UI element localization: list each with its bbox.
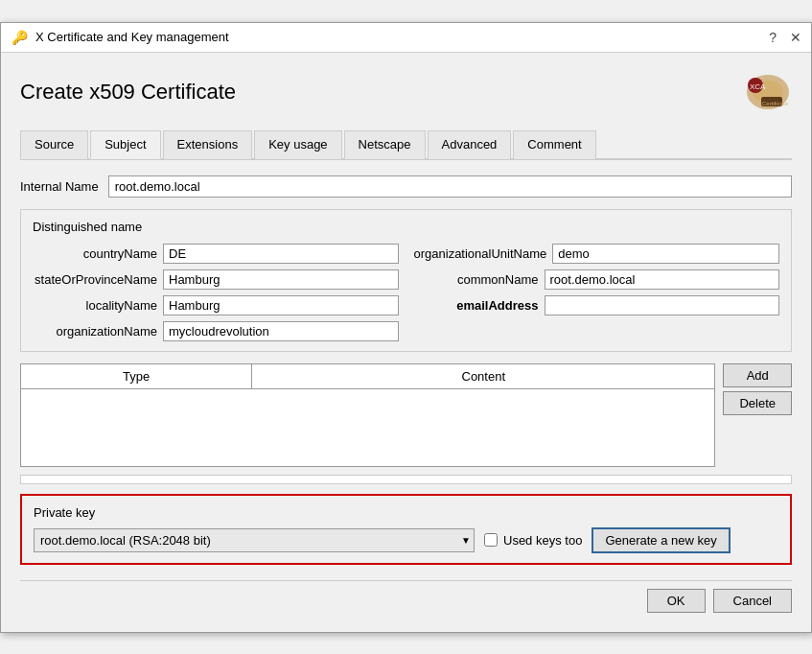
org-unit-field: organizationalUnitName	[414, 244, 780, 264]
title-bar-left: 🔑 X Certificate and Key management	[11, 29, 229, 46]
email-input[interactable]	[545, 295, 780, 315]
tab-extensions[interactable]: Extensions	[163, 130, 253, 159]
add-button[interactable]: Add	[723, 363, 792, 387]
state-label: stateOrProvinceName	[33, 272, 157, 287]
generate-key-button[interactable]: Generate a new key	[592, 527, 730, 553]
internal-name-row: Internal Name	[20, 175, 792, 198]
tab-comment[interactable]: Comment	[513, 130, 595, 159]
app-icon: 🔑	[11, 29, 28, 46]
title-bar: 🔑 X Certificate and Key management ? ✕	[1, 23, 811, 53]
tab-bar: Source Subject Extensions Key usage Nets…	[20, 129, 792, 160]
state-field: stateOrProvinceName	[33, 269, 399, 290]
page-title-row: Create x509 Certificate XCA Certificate	[20, 68, 792, 116]
internal-name-input[interactable]	[108, 175, 792, 198]
org-unit-label: organizationalUnitName	[414, 246, 547, 261]
org-name-label: organizationName	[33, 324, 157, 339]
distinguished-name-title: Distinguished name	[33, 220, 779, 234]
common-name-label: commonName	[414, 272, 539, 287]
locality-input[interactable]	[163, 295, 399, 315]
locality-label: localityName	[33, 298, 157, 313]
country-name-label: countryName	[33, 246, 157, 261]
table-body	[21, 389, 714, 466]
distinguished-name-section: Distinguished name countryName organizat…	[20, 209, 792, 352]
state-input[interactable]	[163, 269, 399, 290]
tab-netscape[interactable]: Netscape	[344, 130, 426, 159]
col-content: Content	[252, 364, 714, 388]
table-area: Type Content Add Delete	[20, 363, 792, 467]
tab-source[interactable]: Source	[20, 130, 88, 159]
tab-key-usage[interactable]: Key usage	[254, 130, 341, 159]
org-unit-input[interactable]	[552, 244, 779, 264]
email-label: emailAddress	[414, 298, 539, 313]
logo: XCA Certificate	[715, 68, 792, 116]
org-name-input[interactable]	[163, 321, 399, 341]
private-key-select-wrap: root.demo.local (RSA:2048 bit) ▼	[34, 528, 475, 552]
col-type: Type	[21, 364, 252, 388]
subject-table: Type Content	[20, 363, 715, 467]
common-name-field: commonName	[414, 269, 780, 290]
page-title: Create x509 Certificate	[20, 80, 236, 105]
common-name-input[interactable]	[545, 269, 780, 290]
locality-field: localityName	[33, 295, 399, 315]
window-content: Create x509 Certificate XCA Certificate …	[1, 53, 811, 632]
tab-advanced[interactable]: Advanced	[428, 130, 512, 159]
used-keys-row: Used keys too	[484, 533, 582, 548]
private-key-section: Private key root.demo.local (RSA:2048 bi…	[20, 494, 792, 565]
table-header: Type Content	[21, 364, 714, 389]
cancel-button[interactable]: Cancel	[713, 589, 792, 613]
private-key-row: root.demo.local (RSA:2048 bit) ▼ Used ke…	[34, 527, 778, 553]
dn-grid: countryName organizationalUnitName state…	[33, 244, 779, 341]
svg-text:XCA: XCA	[750, 82, 766, 91]
country-name-input[interactable]	[163, 244, 399, 264]
private-key-title: Private key	[34, 505, 778, 520]
delete-button[interactable]: Delete	[723, 391, 792, 415]
ok-button[interactable]: OK	[647, 589, 706, 613]
country-name-field: countryName	[33, 244, 399, 264]
table-buttons: Add Delete	[723, 363, 792, 467]
svg-text:Certificate: Certificate	[762, 101, 789, 106]
internal-name-label: Internal Name	[20, 179, 99, 194]
org-name-field: organizationName	[33, 321, 399, 341]
progress-bar	[20, 475, 792, 484]
main-window: 🔑 X Certificate and Key management ? ✕ C…	[0, 22, 812, 633]
tab-subject[interactable]: Subject	[90, 130, 160, 159]
email-label-em: emailAddress	[456, 298, 538, 313]
window-title: X Certificate and Key management	[35, 30, 229, 44]
close-button[interactable]: ✕	[790, 31, 801, 44]
title-bar-controls: ? ✕	[769, 31, 801, 44]
help-button[interactable]: ?	[769, 31, 777, 44]
private-key-select[interactable]: root.demo.local (RSA:2048 bit)	[34, 528, 475, 552]
email-field: emailAddress	[414, 295, 780, 315]
used-keys-label: Used keys too	[503, 533, 582, 548]
bottom-bar: OK Cancel	[20, 580, 792, 617]
used-keys-checkbox[interactable]	[484, 533, 498, 547]
